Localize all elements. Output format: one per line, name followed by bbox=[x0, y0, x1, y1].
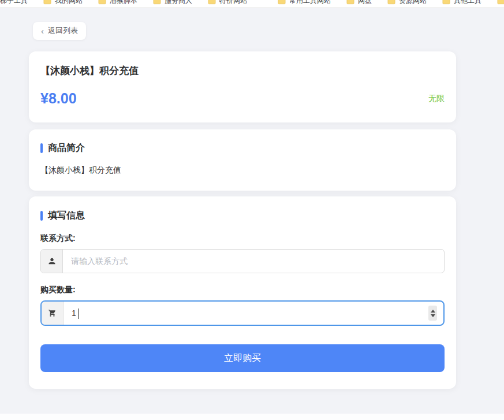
bookmark-label: 其他工具 bbox=[454, 0, 481, 6]
text-caret bbox=[78, 309, 79, 319]
bookmark-item[interactable]: 油猴脚本 bbox=[98, 0, 137, 6]
folder-icon bbox=[208, 0, 216, 5]
bookmark-label: 网盘 bbox=[358, 0, 372, 6]
intro-section-heading: 商品简介 bbox=[40, 142, 445, 154]
stepper-up-icon[interactable] bbox=[431, 310, 435, 313]
bookmark-label: 我的网站 bbox=[55, 0, 83, 6]
folder-icon bbox=[497, 0, 504, 5]
quantity-input[interactable] bbox=[64, 302, 443, 325]
bookmark-label: 特价网站 bbox=[219, 0, 247, 6]
intro-body-text: 【沐颜小栈】积分充值 bbox=[40, 165, 445, 176]
bottom-strip bbox=[0, 414, 504, 420]
stepper-down-icon[interactable] bbox=[431, 314, 435, 317]
back-button-label: 返回列表 bbox=[48, 25, 78, 36]
bookmark-label: 常用工具网站 bbox=[289, 0, 331, 6]
product-title: 【沐颜小栈】积分充值 bbox=[40, 64, 445, 77]
price-row: ¥8.00 无限 bbox=[40, 90, 445, 107]
folder-icon bbox=[346, 0, 354, 5]
accent-bar-icon bbox=[40, 211, 43, 221]
form-card: 填写信息 联系方式: 购买数量: 立即购买 bbox=[29, 196, 456, 389]
bookmark-item[interactable]: 服务商人 bbox=[153, 0, 192, 6]
folder-icon bbox=[278, 0, 286, 5]
contact-input-group bbox=[40, 249, 445, 273]
folder-icon bbox=[153, 0, 161, 5]
bookmark-label: 油猴脚本 bbox=[110, 0, 137, 6]
accent-bar-icon bbox=[40, 143, 43, 153]
bookmark-item[interactable]: 素材资源 bbox=[497, 0, 504, 6]
chevron-left-icon: ‹ bbox=[41, 27, 44, 35]
product-card: 【沐颜小栈】积分充值 ¥8.00 无限 bbox=[29, 51, 456, 122]
number-stepper[interactable] bbox=[428, 306, 437, 321]
folder-icon bbox=[98, 0, 106, 5]
folder-icon bbox=[43, 0, 51, 5]
bookmark-label: 服务商人 bbox=[165, 0, 192, 6]
form-section-heading: 填写信息 bbox=[40, 210, 445, 222]
folder-icon bbox=[442, 0, 450, 5]
folder-icon bbox=[387, 0, 395, 5]
bookmark-item[interactable]: 梯子工具 bbox=[0, 0, 28, 6]
stock-badge: 无限 bbox=[428, 94, 445, 104]
user-icon bbox=[41, 250, 63, 273]
cart-icon bbox=[42, 302, 64, 325]
bookmark-item[interactable]: 特价网站 bbox=[208, 0, 247, 6]
buy-now-button[interactable]: 立即购买 bbox=[40, 344, 445, 372]
bookmarks-row: 梯子工具 我的网站 油猴脚本 服务商人 特价网站 常用工具网站 网盘 资源网站 bbox=[1, 0, 504, 8]
product-price: ¥8.00 bbox=[40, 90, 77, 107]
bookmarks-bar: 梯子工具 我的网站 油猴脚本 服务商人 特价网站 常用工具网站 网盘 资源网站 bbox=[0, 0, 504, 8]
bookmark-label: 资源网站 bbox=[399, 0, 427, 6]
page-content: ‹ 返回列表 【沐颜小栈】积分充值 ¥8.00 无限 商品简介 【沐颜小栈】积分… bbox=[0, 8, 504, 389]
bookmark-item[interactable]: 其他工具 bbox=[442, 0, 481, 6]
intro-heading-label: 商品简介 bbox=[48, 142, 85, 154]
bookmark-item[interactable]: 常用工具网站 bbox=[278, 0, 331, 6]
bookmark-item[interactable]: 资源网站 bbox=[387, 0, 427, 6]
back-to-list-button[interactable]: ‹ 返回列表 bbox=[33, 22, 86, 40]
bookmark-item[interactable]: 我的网站 bbox=[43, 0, 83, 6]
quantity-field-label: 购买数量: bbox=[40, 285, 445, 295]
form-heading-label: 填写信息 bbox=[48, 210, 85, 222]
intro-card: 商品简介 【沐颜小栈】积分充值 bbox=[29, 129, 456, 191]
contact-input[interactable] bbox=[63, 250, 444, 273]
quantity-input-group bbox=[40, 300, 445, 326]
bookmark-item[interactable]: 网盘 bbox=[346, 0, 372, 6]
contact-field-label: 联系方式: bbox=[40, 233, 445, 244]
bookmark-label: 梯子工具 bbox=[0, 0, 28, 6]
